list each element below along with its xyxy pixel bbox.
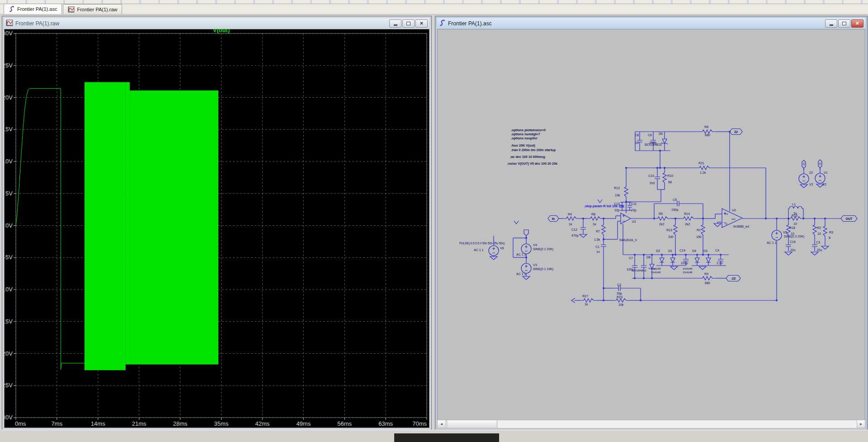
- schematic-label: C4: [715, 249, 719, 252]
- schematic-label: U1: [632, 220, 636, 223]
- ltspice-app: { "tab_bar": { "tabs": [ {"label": "Fron…: [0, 0, 868, 442]
- plot-area[interactable]: 0ms7ms14ms21ms28ms35ms42ms49ms56ms63ms70…: [4, 29, 429, 428]
- schematic-label: 22p: [614, 209, 620, 212]
- spice-directive[interactable]: .options numdgt=7: [511, 132, 540, 136]
- wire-junction: [634, 254, 635, 255]
- schematic-label: R4: [568, 213, 572, 216]
- schematic-label: C8: [635, 133, 639, 137]
- schematic-label: R3: [829, 231, 833, 234]
- scrollbar-thumb[interactable]: [447, 420, 497, 428]
- schematic-label: SINE(0 1 20K): [533, 247, 553, 251]
- wire-junction: [776, 299, 777, 301]
- schematic-label: 544UD2A_V: [619, 238, 637, 242]
- wire-junction: [643, 277, 644, 279]
- y-tick-label: -10V: [5, 286, 13, 293]
- component-port-neg22-label: -22: [731, 277, 736, 280]
- y-tick-label: 30V: [5, 30, 13, 37]
- schematic-label: V4: [533, 243, 537, 247]
- close-button[interactable]: ✕: [851, 19, 863, 28]
- schematic-label: D4: [692, 249, 696, 252]
- schematic-label: 1n: [596, 250, 600, 253]
- horizontal-scrollbar[interactable]: ◄ ►: [437, 420, 865, 428]
- schematic-canvas[interactable]: In22-22OUT-2222PULSE(-0.5 0.5 0 50n 50n …: [438, 29, 865, 420]
- tab-schematic[interactable]: Frontier PA(1).asc: [4, 4, 62, 14]
- spice-directive[interactable]: ;noise V(OUT) V5 dec 100 20 20k: [507, 162, 557, 166]
- tab-waveform[interactable]: Frontier PA(1).raw: [63, 4, 122, 14]
- restore-button[interactable]: [402, 19, 415, 28]
- scroll-left-button[interactable]: ◄: [438, 420, 446, 428]
- spice-directive[interactable]: .options noopiter: [511, 136, 538, 140]
- x-tick-label: 49ms: [296, 420, 311, 427]
- schematic-label: R8: [591, 213, 595, 216]
- schematic-label: R23: [617, 295, 623, 299]
- schematic-label: 220p: [681, 261, 688, 265]
- y-tick-label: -20V: [5, 350, 13, 357]
- document-tab-bar: Frontier PA(1).asc Frontier PA(1).raw: [0, 4, 868, 14]
- waveform-icon: [6, 19, 13, 28]
- schematic-label: C6: [648, 133, 652, 137]
- component-flag-neg22-label: -22: [802, 162, 805, 166]
- spice-directive[interactable]: .options plotwinsize=0: [511, 128, 546, 132]
- wire-junction: [659, 167, 660, 168]
- schematic-label: 10: [817, 232, 821, 235]
- x-tick-label: 0ms: [15, 420, 26, 427]
- component-port-in-label: In: [552, 217, 555, 220]
- y-tick-label: 15V: [5, 126, 13, 133]
- component-port-22-label: 22: [734, 130, 738, 133]
- schematic-label: 22p: [631, 209, 637, 212]
- schematic-label: 22: [823, 183, 826, 186]
- wire-junction: [702, 218, 703, 219]
- schematic-label: 39p: [617, 292, 622, 295]
- minimize-button[interactable]: [825, 19, 837, 28]
- schematic-label: R9: [704, 272, 708, 276]
- schematic-label: 330: [668, 235, 674, 238]
- spice-directive[interactable]: ;ac dec 100 10 600meg: [510, 155, 545, 159]
- schematic-label: C7: [629, 257, 633, 260]
- wire-junction: [625, 201, 627, 202]
- wire-junction: [659, 150, 660, 151]
- component-flag-pos22-label: 22: [819, 162, 821, 165]
- wire-junction: [651, 254, 652, 255]
- background-window-fragment: [394, 433, 499, 442]
- schematic-label: 10k: [615, 194, 620, 197]
- schematic-label: R7: [596, 230, 600, 233]
- schematic-label: 2k2: [659, 223, 664, 226]
- waveform-plot[interactable]: 0ms7ms14ms21ms28ms35ms42ms49ms56ms63ms70…: [5, 29, 429, 428]
- waveform-window-titlebar[interactable]: Frontier PA(1).raw ✕: [4, 18, 429, 29]
- trace-block: [85, 82, 126, 371]
- spice-directive[interactable]: .four 20K V(out): [511, 143, 536, 147]
- schematic-window-titlebar[interactable]: Frontier PA(1).asc ✕: [437, 18, 865, 29]
- y-tick-label: -5V: [5, 254, 13, 261]
- y-tick-label: -30V: [5, 414, 13, 421]
- schematic-label: U2: [732, 209, 736, 212]
- schematic-label: 2k2: [685, 223, 690, 226]
- x-tick-label: 28ms: [173, 420, 188, 427]
- x-tick-label: 63ms: [378, 420, 393, 427]
- trace-block: [126, 82, 130, 365]
- waveform-window[interactable]: Frontier PA(1).raw ✕ 0ms7ms14ms21ms28ms3…: [2, 16, 432, 430]
- schematic-label: R1: [697, 228, 701, 232]
- spice-directive[interactable]: .tran 0 200m 0m 100n startup: [511, 148, 556, 152]
- schematic-label: 680: [705, 281, 710, 285]
- close-button[interactable]: ✕: [415, 19, 428, 28]
- schematic-window[interactable]: Frontier PA(1).asc ✕ In22-22OUT-2222PULS…: [435, 16, 868, 431]
- schematic-label: R2: [817, 226, 821, 229]
- x-tick-label: 70ms: [412, 420, 427, 427]
- scroll-right-button[interactable]: ►: [857, 420, 865, 428]
- wire-junction: [603, 299, 604, 301]
- restore-button[interactable]: [838, 19, 850, 28]
- schematic-label: 1N4148: [651, 267, 661, 270]
- plot-title[interactable]: V(out): [213, 29, 230, 33]
- waveform-icon: [68, 6, 75, 13]
- schematic-label: R27: [582, 295, 588, 298]
- schematic-label: 1N4148: [651, 271, 661, 274]
- wire-junction: [814, 218, 815, 219]
- schematic-label: R16: [792, 214, 797, 217]
- spice-step-directive[interactable]: .step param R list 10k 15k: [584, 204, 624, 208]
- wire-junction: [776, 218, 777, 219]
- schematic-label: AC 1 1: [516, 272, 526, 276]
- minimize-button[interactable]: [389, 19, 401, 28]
- schematic-label: R8: [704, 125, 708, 128]
- wire-junction: [634, 277, 635, 279]
- wire-junction: [664, 167, 665, 168]
